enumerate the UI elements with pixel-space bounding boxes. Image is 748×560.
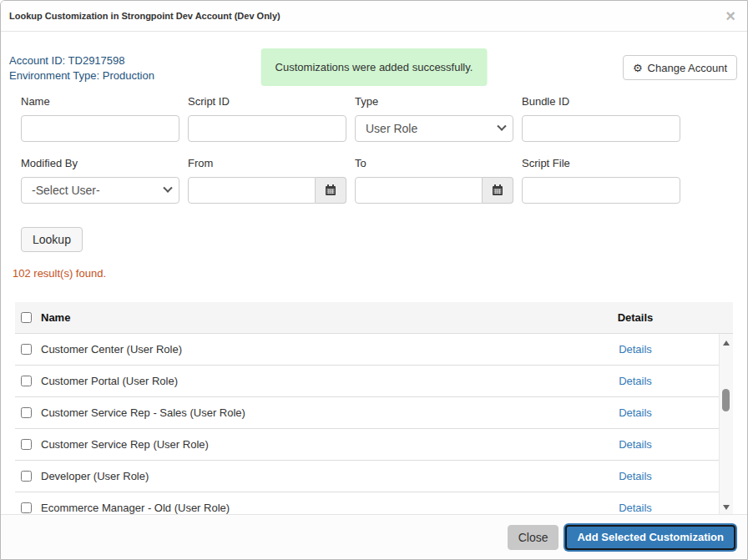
table-row: Customer Center (User Role) Details bbox=[15, 334, 733, 366]
account-id-text: Account ID: TD2917598 bbox=[9, 53, 154, 68]
type-select-value: User Role bbox=[366, 122, 417, 135]
from-label: From bbox=[188, 157, 346, 169]
field-script-file: Script File bbox=[522, 157, 680, 204]
lookup-button[interactable]: Lookup bbox=[21, 227, 83, 252]
modal-header: Lookup Customization in Strongpoint Dev … bbox=[1, 1, 747, 32]
row-name: Customer Service Rep - Sales (User Role) bbox=[41, 406, 552, 419]
table-body: Customer Center (User Role) Details Cust… bbox=[15, 334, 733, 516]
row-name: Ecommerce Manager - Old (User Role) bbox=[41, 502, 552, 514]
table-row: Customer Service Rep (User Role) Details bbox=[15, 429, 733, 461]
change-account-label: Change Account bbox=[648, 62, 727, 74]
row-checkbox[interactable] bbox=[21, 439, 32, 450]
add-selected-customization-button[interactable]: Add Selected Customization bbox=[565, 525, 735, 550]
success-alert: Customizations were added successfully. bbox=[261, 48, 488, 86]
scrollbar-thumb[interactable] bbox=[722, 389, 730, 411]
modal-body: Customizations were added successfully. … bbox=[1, 32, 747, 516]
environment-type-text: Environment Type: Production bbox=[9, 68, 154, 83]
bundle-id-input[interactable] bbox=[522, 115, 680, 142]
field-type: Type User Role bbox=[355, 95, 513, 142]
results-count-text: 102 result(s) found. bbox=[13, 268, 737, 280]
modal-title: Lookup Customization in Strongpoint Dev … bbox=[9, 11, 280, 21]
table-header-row: Name Details bbox=[15, 302, 733, 334]
modal-footer: Close Add Selected Customization bbox=[1, 514, 747, 559]
chevron-down-icon bbox=[497, 122, 506, 131]
details-link[interactable]: Details bbox=[619, 438, 652, 451]
row-checkbox[interactable] bbox=[21, 502, 32, 513]
row-name: Customer Center (User Role) bbox=[41, 343, 552, 356]
row-checkbox[interactable] bbox=[21, 471, 32, 482]
type-label: Type bbox=[355, 95, 513, 108]
type-select[interactable]: User Role bbox=[355, 115, 513, 142]
field-modified-by: Modified By -Select User- bbox=[21, 157, 179, 204]
to-date-input[interactable] bbox=[355, 177, 483, 204]
name-column-header: Name bbox=[41, 311, 552, 324]
details-link[interactable]: Details bbox=[619, 502, 652, 514]
select-all-checkbox[interactable] bbox=[21, 312, 32, 323]
chevron-down-icon bbox=[163, 184, 172, 193]
to-calendar-button[interactable] bbox=[483, 177, 513, 204]
script-file-label: Script File bbox=[522, 157, 680, 169]
from-calendar-button[interactable] bbox=[316, 177, 346, 204]
to-label: To bbox=[355, 157, 513, 169]
details-link[interactable]: Details bbox=[619, 470, 652, 482]
scroll-down-icon[interactable] bbox=[723, 505, 730, 510]
table-row: Customer Service Rep - Sales (User Role)… bbox=[15, 397, 733, 429]
script-id-label: Script ID bbox=[188, 95, 346, 108]
from-date-input[interactable] bbox=[188, 177, 316, 204]
script-id-input[interactable] bbox=[188, 115, 346, 142]
row-checkbox[interactable] bbox=[21, 407, 32, 418]
table-row: Customer Portal (User Role) Details bbox=[15, 366, 733, 397]
calendar-icon bbox=[492, 184, 503, 196]
details-column-header: Details bbox=[552, 311, 719, 324]
row-checkbox[interactable] bbox=[21, 376, 32, 386]
change-account-button[interactable]: ⚙ Change Account bbox=[623, 55, 737, 80]
row-name: Customer Service Rep (User Role) bbox=[41, 438, 552, 451]
modified-by-select[interactable]: -Select User- bbox=[21, 177, 179, 204]
name-label: Name bbox=[21, 95, 179, 108]
bundle-id-label: Bundle ID bbox=[522, 95, 680, 108]
lookup-customization-modal: Lookup Customization in Strongpoint Dev … bbox=[0, 0, 748, 560]
account-info: Account ID: TD2917598 Environment Type: … bbox=[9, 53, 154, 83]
gear-icon: ⚙ bbox=[633, 63, 643, 73]
details-link[interactable]: Details bbox=[619, 406, 652, 419]
table-row: Ecommerce Manager - Old (User Role) Deta… bbox=[15, 492, 733, 516]
results-table: Name Details Customer Center (User Role)… bbox=[15, 302, 733, 516]
field-to: To bbox=[355, 157, 513, 204]
row-checkbox[interactable] bbox=[21, 344, 32, 355]
modified-by-select-value: -Select User- bbox=[32, 184, 100, 197]
table-row: Developer (User Role) Details bbox=[15, 461, 733, 492]
field-script-id: Script ID bbox=[188, 95, 346, 142]
vertical-scrollbar[interactable] bbox=[719, 334, 733, 516]
calendar-icon bbox=[325, 184, 336, 196]
name-input[interactable] bbox=[21, 115, 179, 142]
details-link[interactable]: Details bbox=[619, 375, 652, 387]
script-file-input[interactable] bbox=[522, 177, 680, 204]
field-name: Name bbox=[21, 95, 179, 142]
details-link[interactable]: Details bbox=[619, 343, 652, 356]
row-name: Customer Portal (User Role) bbox=[41, 375, 552, 387]
scroll-up-icon[interactable] bbox=[723, 341, 730, 346]
close-button[interactable]: Close bbox=[508, 525, 559, 550]
field-from: From bbox=[188, 157, 346, 204]
row-name: Developer (User Role) bbox=[41, 470, 552, 482]
close-icon[interactable]: × bbox=[725, 8, 735, 24]
field-bundle-id: Bundle ID bbox=[522, 95, 680, 142]
lookup-form: Name Script ID Type User Role Bundle ID bbox=[21, 95, 737, 204]
modified-by-label: Modified By bbox=[21, 157, 179, 169]
